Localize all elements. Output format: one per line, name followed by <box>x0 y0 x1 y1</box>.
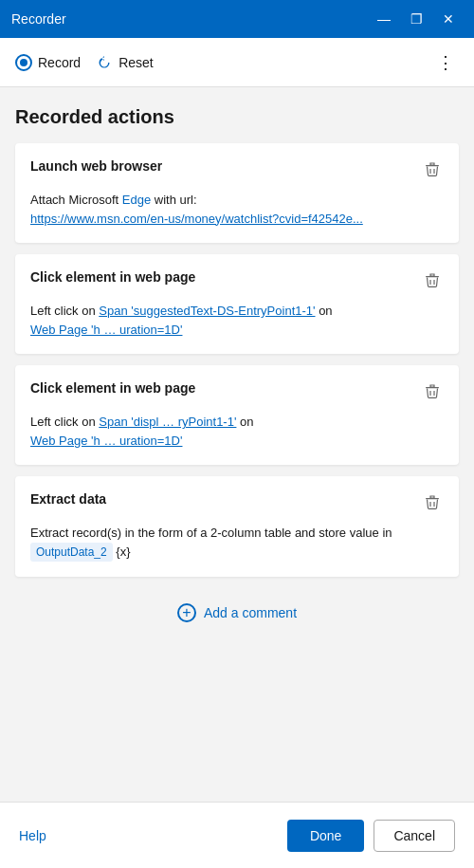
delete-action-2-button[interactable] <box>421 269 444 292</box>
variable-braces: {x} <box>116 545 130 559</box>
reset-label: Reset <box>118 55 154 70</box>
action-card-launch-browser: Launch web browser Attach Microsoft Edge… <box>15 143 459 243</box>
action-card-header-1: Launch web browser <box>30 158 444 181</box>
action-body-prefix-2: Left click on <box>30 304 99 318</box>
action-body-3: Left click on Span 'displ … ryPoint1-1' … <box>30 413 444 450</box>
footer: Help Done Cancel <box>0 802 474 868</box>
action-body-link-1[interactable]: https://www.msn.com/en-us/money/watchlis… <box>30 212 363 226</box>
action-body-prefix-4: Extract record(s) in the form of a 2-col… <box>30 526 392 540</box>
more-icon: ⋮ <box>437 52 455 73</box>
action-body-4: Extract record(s) in the form of a 2-col… <box>30 524 444 562</box>
reset-button[interactable]: Reset <box>96 54 154 71</box>
restore-button[interactable]: ❐ <box>402 5 430 33</box>
action-body-1: Attach Microsoft Edge with url: https://… <box>30 191 444 228</box>
action-card-header-2: Click element in web page <box>30 269 444 292</box>
toolbar: Record Reset ⋮ <box>0 38 474 87</box>
action-body-link2-3[interactable]: Web Page 'h … uration=1D' <box>30 434 182 448</box>
action-card-header-4: Extract data <box>30 491 444 514</box>
action-body-prefix-3: Left click on <box>30 415 99 429</box>
record-dot-icon <box>15 54 32 71</box>
action-body-prefix-1: Attach Microsoft Edge with url: <box>30 193 197 207</box>
cancel-button[interactable]: Cancel <box>374 820 455 852</box>
toolbar-left: Record Reset <box>15 54 154 71</box>
title-bar-controls: — ❐ ✕ <box>370 5 463 33</box>
delete-action-1-button[interactable] <box>421 158 444 181</box>
action-body-mid-2: on <box>316 304 333 318</box>
done-button[interactable]: Done <box>287 820 364 852</box>
minimize-button[interactable]: — <box>370 5 398 33</box>
title-bar: Recorder — ❐ ✕ <box>0 0 474 38</box>
action-body-link1-2[interactable]: Span 'suggestedText-DS-EntryPoint1-1' <box>99 304 315 318</box>
action-body-mid-3: on <box>236 415 253 429</box>
action-card-click-1: Click element in web page Left click on … <box>15 254 459 354</box>
record-dot-inner-icon <box>20 59 27 66</box>
section-title: Recorded actions <box>15 106 459 128</box>
add-comment-button[interactable]: + Add a comment <box>15 588 459 637</box>
title-bar-left: Recorder <box>11 11 66 27</box>
delete-action-3-button[interactable] <box>421 380 444 403</box>
delete-action-4-button[interactable] <box>421 491 444 514</box>
action-title-1: Launch web browser <box>30 158 162 174</box>
action-card-header-3: Click element in web page <box>30 380 444 403</box>
action-card-extract: Extract data Extract record(s) in the fo… <box>15 476 459 577</box>
action-title-4: Extract data <box>30 491 106 507</box>
action-title-2: Click element in web page <box>30 269 195 285</box>
add-comment-plus-icon: + <box>177 603 196 622</box>
close-button[interactable]: ✕ <box>434 5 463 33</box>
action-body-link2-2[interactable]: Web Page 'h … uration=1D' <box>30 323 182 337</box>
action-title-3: Click element in web page <box>30 380 195 396</box>
record-button[interactable]: Record <box>15 54 81 71</box>
output-badge[interactable]: OutputData_2 <box>30 543 113 562</box>
action-body-link1-3[interactable]: Span 'displ … ryPoint1-1' <box>99 415 236 429</box>
action-card-click-2: Click element in web page Left click on … <box>15 365 459 465</box>
help-link[interactable]: Help <box>19 828 46 843</box>
main-content: Recorded actions Launch web browser Atta… <box>0 87 474 802</box>
footer-buttons: Done Cancel <box>287 820 455 852</box>
reset-icon <box>96 54 113 71</box>
title-bar-title: Recorder <box>11 11 66 27</box>
action-body-2: Left click on Span 'suggestedText-DS-Ent… <box>30 302 444 339</box>
record-label: Record <box>38 55 81 70</box>
more-options-button[interactable]: ⋮ <box>433 48 459 77</box>
add-comment-label: Add a comment <box>204 605 297 620</box>
